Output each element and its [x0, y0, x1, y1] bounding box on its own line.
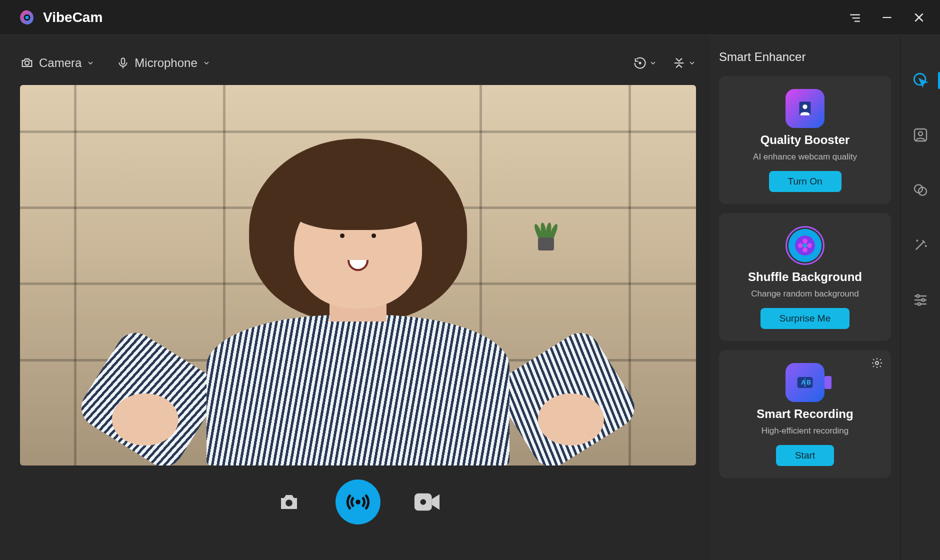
card-title: Smart Recording [756, 407, 853, 421]
card-settings-button[interactable] [871, 357, 883, 369]
surprise-me-button[interactable]: Surprise Me [760, 308, 850, 329]
close-button[interactable] [910, 8, 928, 26]
svg-point-22 [807, 243, 812, 248]
card-description: AI enhance webcam quality [753, 152, 857, 162]
svg-point-13 [286, 500, 292, 506]
quality-booster-icon [786, 89, 824, 128]
target-cursor-icon [912, 72, 929, 88]
side-panel-title: Smart Enhancer [719, 50, 891, 64]
start-button[interactable]: Start [776, 445, 834, 466]
svg-point-14 [356, 500, 360, 504]
microphone-selector[interactable]: Microphone [116, 56, 210, 70]
video-icon [414, 492, 440, 512]
shuffle-background-icon [786, 226, 824, 265]
magic-wand-icon [912, 237, 928, 253]
sliders-icon [912, 292, 928, 308]
record-button[interactable] [410, 488, 444, 516]
card-title: Quality Booster [760, 133, 850, 147]
card-description: High-efficient recording [762, 426, 849, 436]
main-area: Camera Microphone [0, 35, 940, 560]
app-title: VibeCam [43, 10, 102, 26]
svg-point-8 [25, 61, 29, 65]
chevron-down-icon [688, 59, 696, 67]
snapshot-button[interactable] [272, 488, 306, 516]
camera-label: Camera [39, 56, 82, 70]
chevron-down-icon [86, 59, 94, 67]
card-smart-recording: AB Smart Recording High-efficient record… [719, 350, 891, 478]
flip-icon [672, 56, 686, 70]
rail-adjustments[interactable] [910, 290, 930, 310]
chevron-down-icon [649, 59, 657, 67]
card-title: Shuffle Background [748, 270, 862, 284]
svg-point-38 [922, 298, 924, 301]
svg-point-21 [798, 243, 803, 248]
app-logo-icon [18, 8, 36, 26]
svg-point-37 [916, 294, 919, 297]
rotate-dropdown[interactable] [633, 56, 657, 70]
card-description: Change random background [751, 289, 858, 299]
overlap-circles-icon [912, 182, 928, 198]
smart-recording-icon: AB [786, 363, 824, 402]
camera-icon [20, 56, 34, 70]
titlebar: VibeCam [0, 0, 940, 35]
svg-point-20 [802, 248, 808, 252]
rail-portrait[interactable] [910, 125, 930, 145]
svg-point-24 [876, 362, 878, 364]
gear-icon [871, 357, 883, 369]
camera-icon [277, 490, 301, 514]
portrait-icon [912, 127, 928, 143]
camera-selector[interactable]: Camera [20, 56, 94, 70]
chevron-down-icon [202, 59, 210, 67]
icon-rail [900, 35, 940, 560]
app-logo: VibeCam [18, 8, 102, 26]
turn-on-button[interactable]: Turn On [769, 171, 842, 192]
svg-point-18 [802, 104, 807, 109]
svg-point-31 [918, 132, 922, 136]
side-panel: Smart Enhancer Quality Booster AI enhanc… [710, 35, 900, 560]
rail-smart-enhancer[interactable] [910, 70, 930, 90]
svg-point-11 [639, 62, 640, 64]
preview-pane: Camera Microphone [0, 35, 710, 560]
svg-point-1 [25, 16, 28, 19]
svg-text:B: B [806, 379, 811, 386]
card-quality-booster: Quality Booster AI enhance webcam qualit… [719, 76, 891, 204]
flip-dropdown[interactable] [672, 56, 696, 70]
capture-controls [20, 466, 696, 530]
rotate-icon [633, 56, 647, 70]
svg-point-39 [918, 302, 920, 305]
card-shuffle-background: Shuffle Background Change random backgro… [719, 213, 891, 341]
rail-effects[interactable] [910, 235, 930, 255]
microphone-label: Microphone [134, 56, 197, 70]
broadcast-button[interactable] [336, 480, 380, 524]
menu-button[interactable] [846, 8, 864, 26]
svg-point-16 [420, 499, 426, 505]
svg-rect-9 [122, 58, 125, 64]
preview-toolbar: Camera Microphone [20, 47, 696, 79]
microphone-icon [116, 56, 130, 70]
svg-point-19 [802, 238, 808, 244]
rail-background[interactable] [910, 180, 930, 200]
minimize-button[interactable] [878, 8, 896, 26]
broadcast-icon [346, 490, 370, 514]
video-preview [20, 85, 696, 466]
window-controls [846, 8, 928, 26]
svg-point-23 [803, 244, 807, 248]
